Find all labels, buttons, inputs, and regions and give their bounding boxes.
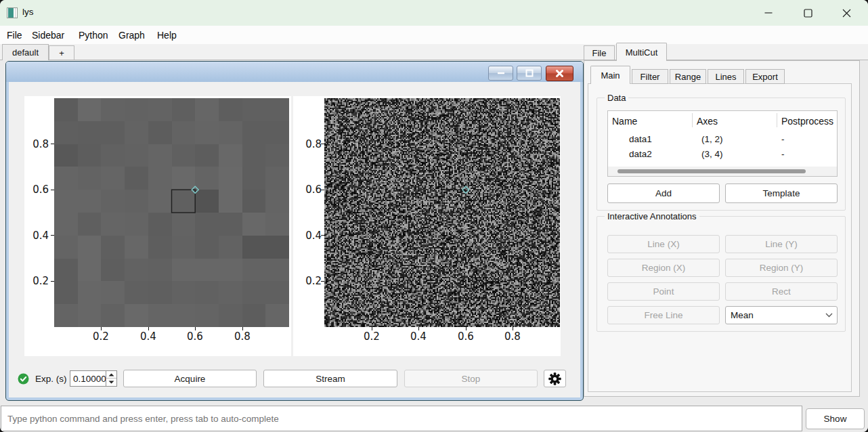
axis-tick-label: 0.6 bbox=[454, 330, 477, 343]
tab-file[interactable]: File bbox=[584, 45, 615, 60]
noise-image-plot[interactable] bbox=[324, 98, 560, 327]
spin-up-icon[interactable] bbox=[108, 373, 114, 376]
menu-graph[interactable]: Graph bbox=[115, 26, 148, 44]
axis-tick-label: 0.4 bbox=[26, 230, 49, 242]
tick-mark bbox=[51, 190, 54, 190]
tick-mark bbox=[148, 327, 149, 330]
subwindow-close-button[interactable] bbox=[546, 66, 573, 81]
subtab-main[interactable]: Main bbox=[590, 66, 630, 84]
minimize-button[interactable] bbox=[753, 0, 784, 26]
app-icon bbox=[7, 7, 18, 18]
menu-file[interactable]: File bbox=[3, 26, 26, 44]
subwindow-minimize-button[interactable] bbox=[488, 66, 513, 81]
exposure-value[interactable]: 0.10000 bbox=[73, 374, 106, 384]
axis-tick-label: 0.8 bbox=[501, 330, 524, 343]
acquire-button[interactable]: Acquire bbox=[123, 370, 257, 387]
tab-multicut[interactable]: MultiCut bbox=[616, 43, 667, 61]
subtab-export[interactable]: Export bbox=[745, 69, 785, 84]
exposure-label: Exp. (s) bbox=[35, 374, 67, 384]
region-x-button[interactable]: Region (X) bbox=[607, 259, 720, 277]
add-button[interactable]: Add bbox=[607, 183, 720, 203]
maximize-button[interactable] bbox=[792, 0, 823, 26]
menu-sidebar[interactable]: Sidebar bbox=[28, 26, 68, 44]
axis-tick-label: 0.6 bbox=[26, 183, 49, 196]
region-y-button[interactable]: Region (Y) bbox=[725, 259, 838, 277]
close-icon bbox=[842, 9, 851, 18]
axis-tick-label: 0.6 bbox=[299, 183, 322, 196]
axis-tick-label: 0.2 bbox=[89, 330, 112, 343]
header-separator bbox=[692, 113, 693, 127]
axis-tick-label: 0.8 bbox=[299, 138, 322, 150]
table-row-1-postprocess[interactable]: - bbox=[781, 134, 785, 144]
col-header-axes[interactable]: Axes bbox=[697, 116, 718, 127]
stream-button[interactable]: Stream bbox=[263, 370, 397, 387]
annotations-groupbox-title: Interactive Annotations bbox=[605, 211, 699, 221]
axis-tick-label: 0.4 bbox=[137, 330, 160, 343]
line-x-button[interactable]: Line (X) bbox=[607, 235, 720, 253]
workspace-tab-add[interactable]: + bbox=[49, 45, 74, 60]
mean-combobox-value: Mean bbox=[731, 310, 754, 320]
status-ok-icon bbox=[18, 373, 29, 385]
workspace-tab-default[interactable]: default bbox=[2, 44, 49, 60]
tick-mark bbox=[321, 144, 324, 144]
tick-mark bbox=[513, 327, 513, 330]
col-header-postprocess[interactable]: Postprocess bbox=[781, 116, 833, 127]
axis-tick-label: 0.8 bbox=[26, 138, 49, 150]
subtab-lines[interactable]: Lines bbox=[708, 69, 744, 84]
spin-down-icon[interactable] bbox=[108, 381, 114, 384]
workspace-tab-bar bbox=[0, 44, 868, 60]
tick-mark bbox=[195, 327, 196, 330]
show-button[interactable]: Show bbox=[806, 408, 865, 429]
axis-tick-label: 0.4 bbox=[407, 330, 430, 343]
axis-tick-label: 0.2 bbox=[360, 330, 383, 343]
table-row-2-postprocess[interactable]: - bbox=[781, 149, 785, 159]
table-hscrollbar-thumb[interactable] bbox=[617, 169, 806, 173]
axis-tick-label: 0.8 bbox=[231, 330, 254, 343]
menu-python[interactable]: Python bbox=[75, 26, 112, 44]
title-bar bbox=[0, 0, 868, 26]
tick-mark bbox=[321, 190, 324, 190]
table-row-2-axes[interactable]: (3, 4) bbox=[701, 149, 723, 159]
table-row-1-axes[interactable]: (1, 2) bbox=[701, 134, 723, 144]
stop-button[interactable]: Stop bbox=[404, 370, 538, 387]
header-separator bbox=[777, 113, 777, 127]
subwindow-close-icon bbox=[555, 69, 564, 78]
camera-image-plot[interactable] bbox=[54, 98, 289, 327]
point-button[interactable]: Point bbox=[607, 282, 720, 301]
template-button[interactable]: Template bbox=[725, 183, 838, 203]
table-row-2-name[interactable]: data2 bbox=[629, 149, 652, 159]
tick-mark bbox=[321, 235, 324, 236]
app-window: lys File Sidebar Python Graph Help defau… bbox=[0, 0, 868, 432]
tick-mark bbox=[372, 327, 372, 330]
table-row-1-name[interactable]: data1 bbox=[629, 134, 652, 144]
axis-tick-label: 0.4 bbox=[299, 230, 322, 242]
tick-mark bbox=[418, 327, 419, 330]
subwindow-maximize-icon bbox=[525, 69, 534, 77]
menu-help[interactable]: Help bbox=[154, 26, 180, 44]
axis-tick-label: 0.2 bbox=[299, 275, 322, 287]
minimize-icon bbox=[764, 9, 773, 17]
tick-mark bbox=[51, 281, 54, 282]
subwindow-minimize-icon bbox=[496, 70, 506, 76]
subtab-range[interactable]: Range bbox=[670, 69, 706, 84]
spinbox-divider bbox=[106, 378, 116, 379]
close-button[interactable] bbox=[831, 0, 862, 26]
gear-icon bbox=[548, 372, 561, 385]
tick-mark bbox=[51, 235, 54, 236]
col-header-name[interactable]: Name bbox=[612, 116, 637, 127]
tick-mark bbox=[321, 281, 324, 282]
screen: lys File Sidebar Python Graph Help defau… bbox=[0, 0, 868, 432]
free-line-button[interactable]: Free Line bbox=[607, 306, 720, 324]
tick-mark bbox=[101, 327, 102, 330]
tick-mark bbox=[51, 144, 54, 144]
tick-mark bbox=[466, 327, 466, 330]
rect-button[interactable]: Rect bbox=[725, 282, 838, 301]
line-y-button[interactable]: Line (Y) bbox=[725, 235, 838, 253]
axis-tick-label: 0.2 bbox=[26, 275, 49, 287]
settings-button[interactable] bbox=[544, 370, 566, 387]
python-command-input[interactable] bbox=[1, 406, 802, 431]
subwindow-maximize-button[interactable] bbox=[517, 66, 542, 81]
data-groupbox-title: Data bbox=[605, 93, 628, 103]
window-title: lys bbox=[22, 7, 34, 17]
subtab-filter[interactable]: Filter bbox=[632, 69, 668, 84]
